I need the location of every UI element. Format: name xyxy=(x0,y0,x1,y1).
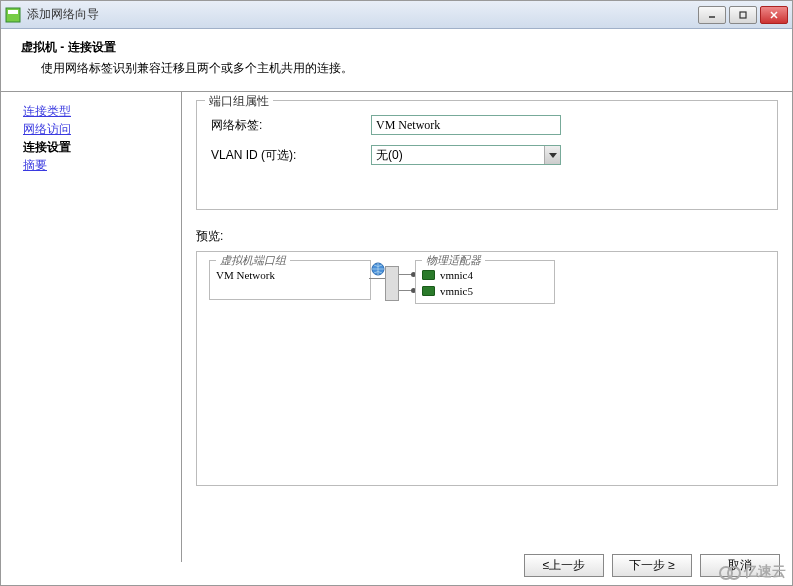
close-button[interactable] xyxy=(760,6,788,24)
nic-name: vmnic4 xyxy=(440,269,473,281)
page-title: 虚拟机 - 连接设置 xyxy=(21,39,772,56)
page-description: 使用网络标签识别兼容迁移且两个或多个主机共用的连接。 xyxy=(41,60,772,77)
nic-row: vmnic4 xyxy=(422,267,548,283)
back-button[interactable]: ≤上一步 xyxy=(524,554,604,577)
network-label-input[interactable] xyxy=(371,115,561,135)
vlan-select-value: 无(0) xyxy=(372,147,544,164)
svg-marker-6 xyxy=(549,153,557,158)
preview-box: 虚拟机端口组 VM Network 物理适配器 vmni xyxy=(196,251,778,486)
titlebar: 添加网络向导 xyxy=(1,1,792,29)
wizard-header: 虚拟机 - 连接设置 使用网络标签识别兼容迁移且两个或多个主机共用的连接。 xyxy=(1,29,792,92)
vm-port-group-title: 虚拟机端口组 xyxy=(216,253,290,268)
svg-rect-1 xyxy=(8,10,18,14)
step-network-access[interactable]: 网络访问 xyxy=(23,120,171,138)
next-button[interactable]: 下一步 ≥ xyxy=(612,554,692,577)
cancel-button[interactable]: 取消 xyxy=(700,554,780,577)
physical-adapter-title: 物理适配器 xyxy=(422,253,485,268)
nic-row: vmnic5 xyxy=(422,283,548,299)
minimize-button[interactable] xyxy=(698,6,726,24)
vswitch-icon xyxy=(385,266,399,301)
maximize-icon xyxy=(738,10,748,20)
nic-icon xyxy=(422,286,435,296)
vm-port-group-value: VM Network xyxy=(216,269,364,281)
main-panel: 端口组属性 网络标签: VLAN ID (可选): 无(0) 预览: xyxy=(181,92,792,562)
vlan-select[interactable]: 无(0) xyxy=(371,145,561,165)
globe-icon xyxy=(371,262,385,276)
vm-port-group-box: 虚拟机端口组 VM Network xyxy=(209,260,371,300)
step-connection-settings[interactable]: 连接设置 xyxy=(23,138,171,156)
preview-label: 预览: xyxy=(196,228,778,245)
window-title: 添加网络向导 xyxy=(27,6,698,23)
vlan-label-text: VLAN ID (可选): xyxy=(211,147,371,164)
physical-adapter-box: 物理适配器 vmnic4 vmnic5 xyxy=(415,260,555,304)
wizard-body: 连接类型 网络访问 连接设置 摘要 端口组属性 网络标签: VLAN ID (可… xyxy=(1,92,792,562)
maximize-button[interactable] xyxy=(729,6,757,24)
chevron-down-icon xyxy=(544,146,560,164)
app-icon xyxy=(5,7,21,23)
port-group-legend: 端口组属性 xyxy=(205,93,273,110)
wizard-window: 添加网络向导 虚拟机 - 连接设置 使用网络标签识别兼容迁移且两个或多个主机共用… xyxy=(0,0,793,586)
close-icon xyxy=(769,10,779,20)
vlan-row: VLAN ID (可选): 无(0) xyxy=(211,145,763,165)
connector-line xyxy=(369,278,385,279)
step-connection-type[interactable]: 连接类型 xyxy=(23,102,171,120)
wizard-footer: ≤上一步 下一步 ≥ 取消 xyxy=(524,554,780,577)
nic-name: vmnic5 xyxy=(440,285,473,297)
network-label-text: 网络标签: xyxy=(211,117,371,134)
nic-icon xyxy=(422,270,435,280)
network-label-row: 网络标签: xyxy=(211,115,763,135)
step-summary[interactable]: 摘要 xyxy=(23,156,171,174)
port-group-fieldset: 端口组属性 网络标签: VLAN ID (可选): 无(0) xyxy=(196,100,778,210)
minimize-icon xyxy=(707,10,717,20)
window-controls xyxy=(698,6,788,24)
svg-rect-3 xyxy=(740,12,746,18)
wizard-steps-sidebar: 连接类型 网络访问 连接设置 摘要 xyxy=(1,92,181,562)
